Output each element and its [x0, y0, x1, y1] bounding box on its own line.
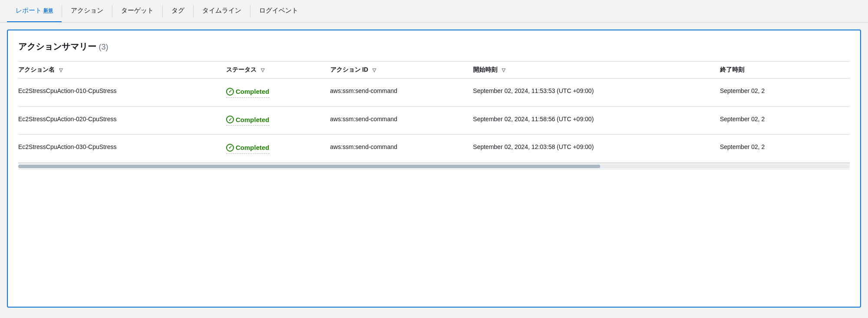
- status-label-2: Completed: [236, 116, 270, 123]
- cell-action-name-1: Ec2StressCpuAction-010-CpuStress: [18, 79, 226, 107]
- sort-icon-action-id[interactable]: ▽: [372, 67, 376, 73]
- col-header-end-time: 終了時刻: [720, 62, 850, 79]
- cell-action-id-3: aws:ssm:send-command: [330, 135, 473, 163]
- cell-end-time-3: September 02, 2: [720, 135, 850, 163]
- cell-action-name-3: Ec2StressCpuAction-030-CpuStress: [18, 135, 226, 163]
- sort-icon-start-time[interactable]: ▽: [502, 67, 505, 73]
- tab-action[interactable]: アクション: [62, 0, 112, 22]
- panel-count: (3): [99, 43, 108, 51]
- cell-end-time-1: September 02, 2: [720, 79, 850, 107]
- sort-icon-status[interactable]: ▽: [261, 67, 264, 73]
- tab-action-label: アクション: [71, 7, 103, 15]
- table-row: Ec2StressCpuAction-020-CpuStress ✓ Compl…: [18, 106, 850, 135]
- cell-action-id-2: aws:ssm:send-command: [330, 106, 473, 135]
- table-header-row: アクション名 ▽ ステータス ▽ アクション ID ▽ 開始時刻: [18, 62, 850, 79]
- scrollbar-thumb[interactable]: [18, 165, 600, 168]
- tab-report-badge: 新規: [43, 7, 53, 14]
- status-dotted-line-2: [226, 125, 270, 126]
- panel-title-text: アクションサマリー: [18, 42, 96, 51]
- tab-timeline-label: タイムライン: [202, 7, 241, 15]
- tab-target-label: ターゲット: [121, 7, 154, 15]
- check-icon-3: ✓: [226, 144, 234, 152]
- tab-tag-label: タグ: [171, 7, 184, 15]
- main-content: アクションサマリー (3) アクション名 ▽ ステータス ▽: [0, 23, 868, 315]
- cell-start-time-3: September 02, 2024, 12:03:58 (UTC +09:00…: [473, 135, 720, 163]
- tab-log-event[interactable]: ログイベント: [250, 0, 307, 22]
- col-header-status[interactable]: ステータス ▽: [226, 62, 330, 79]
- cell-action-name-2: Ec2StressCpuAction-020-CpuStress: [18, 106, 226, 135]
- cell-end-time-2: September 02, 2: [720, 106, 850, 135]
- cell-start-time-1: September 02, 2024, 11:53:53 (UTC +09:00…: [473, 79, 720, 107]
- check-icon-2: ✓: [226, 116, 234, 123]
- status-completed-1: ✓ Completed: [226, 88, 270, 98]
- table-row: Ec2StressCpuAction-030-CpuStress ✓ Compl…: [18, 135, 850, 163]
- status-text-3: ✓ Completed: [226, 144, 270, 152]
- tab-timeline[interactable]: タイムライン: [194, 0, 250, 22]
- cell-start-time-2: September 02, 2024, 11:58:56 (UTC +09:00…: [473, 106, 720, 135]
- tab-report[interactable]: レポート 新規: [7, 0, 62, 22]
- action-table: アクション名 ▽ ステータス ▽ アクション ID ▽ 開始時刻: [18, 61, 850, 163]
- sort-icon-action-name[interactable]: ▽: [59, 67, 62, 73]
- status-text-1: ✓ Completed: [226, 88, 270, 96]
- panel-title: アクションサマリー (3): [18, 41, 850, 53]
- col-header-action-name[interactable]: アクション名 ▽: [18, 62, 226, 79]
- cell-action-id-1: aws:ssm:send-command: [330, 79, 473, 107]
- tab-target[interactable]: ターゲット: [112, 0, 162, 22]
- cell-status-3: ✓ Completed: [226, 135, 330, 163]
- cell-status-2: ✓ Completed: [226, 106, 330, 135]
- tab-tag[interactable]: タグ: [163, 0, 193, 22]
- col-header-action-id[interactable]: アクション ID ▽: [330, 62, 473, 79]
- status-dotted-line-1: [226, 97, 270, 98]
- status-completed-2: ✓ Completed: [226, 116, 270, 126]
- status-label-3: Completed: [236, 144, 270, 151]
- col-header-start-time[interactable]: 開始時刻 ▽: [473, 62, 720, 79]
- tab-report-label: レポート: [16, 7, 42, 15]
- tab-bar: レポート 新規 アクション ターゲット タグ タイムライン ログイベント: [0, 0, 868, 23]
- table-row: Ec2StressCpuAction-010-CpuStress ✓ Compl…: [18, 79, 850, 107]
- status-text-2: ✓ Completed: [226, 116, 270, 123]
- status-dotted-line-3: [226, 153, 270, 154]
- status-label-1: Completed: [236, 88, 270, 95]
- check-icon-1: ✓: [226, 88, 234, 96]
- status-completed-3: ✓ Completed: [226, 144, 270, 154]
- cell-status-1: ✓ Completed: [226, 79, 330, 107]
- action-summary-panel: アクションサマリー (3) アクション名 ▽ ステータス ▽: [7, 30, 861, 308]
- scrollbar-area[interactable]: [18, 163, 850, 170]
- scrollbar-track: [18, 165, 850, 168]
- table-container: アクション名 ▽ ステータス ▽ アクション ID ▽ 開始時刻: [18, 61, 850, 163]
- tab-log-event-label: ログイベント: [259, 7, 298, 15]
